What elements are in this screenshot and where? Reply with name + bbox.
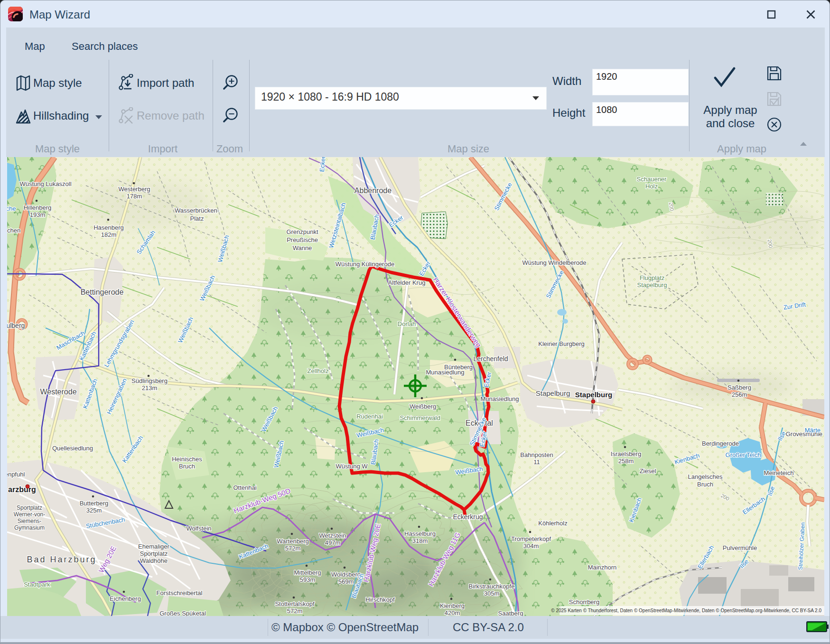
svg-text:Wetzstein: Wetzstein [319,532,346,539]
svg-text:Rüdenhai: Rüdenhai [356,413,383,420]
svg-text:11: 11 [533,458,540,466]
svg-text:Westerberg: Westerberg [119,186,150,193]
svg-text:Waldhöhe: Waldhöhe [140,557,168,564]
svg-text:318m: 318m [412,537,428,544]
svg-text:497m: 497m [325,539,341,546]
svg-text:Wartenberg: Wartenberg [277,538,308,545]
svg-text:Siemens-: Siemens- [18,518,42,524]
svg-text:Forstschreibertal: Forstschreibertal [157,589,203,597]
svg-text:che: che [7,205,16,212]
svg-text:Pulvermühle: Pulvermühle [723,544,757,551]
svg-text:Trompeterkopf: Trompeterkopf [511,535,551,542]
svg-text:Westerode: Westerode [40,388,76,396]
svg-text:Woldsberg: Woldsberg [331,571,361,578]
svg-text:Meineteich: Meineteich [764,469,794,476]
svg-text:Wolfstein: Wolfstein [186,525,211,532]
svg-text:Zellholz: Zellholz [308,367,329,374]
svg-text:Kleiner Burgberg: Kleiner Burgberg [538,340,585,347]
svg-text:Märte: Märte [805,427,821,434]
svg-text:Wüstung Külingerode: Wüstung Külingerode [336,261,394,268]
svg-text:Wüstung W: Wüstung W [336,463,368,470]
svg-text:hulberg: hulberg [7,322,25,329]
svg-text:569m: 569m [338,578,354,585]
svg-text:enpfuhl: enpfuhl [7,471,25,478]
svg-text:Stadtpark: Stadtpark [24,581,50,588]
svg-text:Großes Spüketal: Großes Spüketal [159,610,206,616]
svg-text:Wüstung Windelberode: Wüstung Windelberode [522,259,586,266]
svg-text:572m: 572m [285,545,301,552]
svg-text:chen: chen [7,227,20,234]
svg-text:Wasserbrücken-: Wasserbrücken- [175,207,219,214]
svg-text:305m: 305m [484,590,500,597]
svg-text:258m: 258m [618,457,634,465]
svg-text:Weißberg: Weißberg [410,403,436,410]
svg-text:Sportplatz: Sportplatz [17,504,42,511]
svg-text:Gymnasium: Gymnasium [14,524,45,531]
svg-text:Wanne: Wanne [293,244,312,252]
svg-text:Ehemaliger: Ehemaliger [138,543,169,550]
svg-text:Saßberg: Saßberg [727,384,751,391]
svg-text:Werner-von-: Werner-von- [14,511,45,518]
svg-text:Eichenberg: Eichenberg [110,595,141,602]
svg-text:Munasiedlung: Munasiedlung [481,395,519,402]
svg-text:Schimmerwald: Schimmerwald [400,414,440,421]
svg-text:arzburg: arzburg [8,485,36,494]
svg-text:Lerchenfeld: Lerchenfeld [473,355,508,363]
svg-text:420m: 420m [445,609,460,616]
svg-text:Quellesiedlung: Quellesiedlung [52,445,93,452]
svg-text:Bad Harzburg: Bad Harzburg [27,555,96,564]
svg-text:Heinisches: Heinisches [172,456,202,463]
svg-text:Eckerkrug: Eckerkrug [453,513,483,521]
svg-text:Stapelburg: Stapelburg [637,281,667,289]
svg-text:Ecker: Ecker [318,157,327,172]
svg-text:325m: 325m [86,507,102,514]
svg-text:Birkstrauchkopfe: Birkstrauchkopfe [469,583,515,590]
svg-text:Ziesel: Ziesel [640,467,656,475]
svg-text:Hirschkopf: Hirschkopf [365,596,395,603]
svg-text:256m: 256m [732,391,747,398]
svg-text:182m: 182m [101,231,117,238]
svg-text:Bünteberg: Bünteberg [444,364,473,371]
svg-text:Stapelburg: Stapelburg [536,389,570,397]
svg-text:Sportplatz: Sportplatz [140,550,168,557]
svg-text:Altfelder Krug: Altfelder Krug [388,279,426,286]
svg-text:Südlingsberg: Südlingsberg [131,377,168,384]
svg-text:304m: 304m [523,542,539,550]
svg-text:Grenzpunkt: Grenzpunkt [286,228,318,235]
svg-text:593m: 593m [300,576,316,583]
svg-text:Israelsberg: Israelsberg [611,450,641,457]
svg-text:Köhlerholz: Köhlerholz [538,520,567,527]
svg-text:Schauener: Schauener [637,176,667,183]
svg-text:Abbenrode: Abbenrode [354,187,392,195]
svg-text:Stottertalskopf: Stottertalskopf [275,600,314,607]
svg-text:Mittelberg: Mittelberg [294,569,321,576]
svg-text:Hasenberg: Hasenberg [93,224,124,231]
svg-text:Bettingerode: Bettingerode [81,288,124,296]
svg-text:178m: 178m [127,193,142,200]
svg-text:Großer Teich: Großer Teich [726,451,761,458]
svg-text:Preußische: Preußische [287,236,318,243]
svg-text:Butterberg: Butterberg [80,500,109,507]
svg-text:193m: 193m [30,211,46,218]
svg-text:Berdingerode: Berdingerode [702,440,739,447]
svg-text:Wüstung Lukaszoll: Wüstung Lukaszoll [19,180,71,187]
svg-text:Schorrberg: Schorrberg [569,598,599,606]
svg-text:Platz: Platz [190,215,204,222]
svg-text:200: 200 [668,202,675,212]
svg-text:Langelsches: Langelsches [688,473,723,480]
svg-text:Holz: Holz [645,183,658,190]
svg-text:Kienberg: Kienberg [440,602,465,609]
svg-text:213m: 213m [142,384,158,392]
svg-text:Hillenberg: Hillenberg [24,204,52,211]
svg-text:Bruch: Bruch [179,463,195,470]
svg-text:Dorlah: Dorlah [398,320,416,327]
svg-text:Flugplatz: Flugplatz [640,274,665,281]
svg-text:Bahnposten: Bahnposten [520,451,553,458]
svg-text:Hasselburg: Hasselburg [404,530,436,537]
svg-text:Bruch: Bruch [697,481,713,488]
svg-text:© 2025 Karten © Thunderforest,: © 2025 Karten © Thunderforest, Daten © O… [551,608,821,613]
svg-text:Mainzhorn: Mainzhorn [588,564,617,571]
svg-text:Ottenhai: Ottenhai [233,484,256,491]
svg-text:572m: 572m [287,607,303,615]
svg-text:Saatberg: Saatberg [498,610,523,616]
